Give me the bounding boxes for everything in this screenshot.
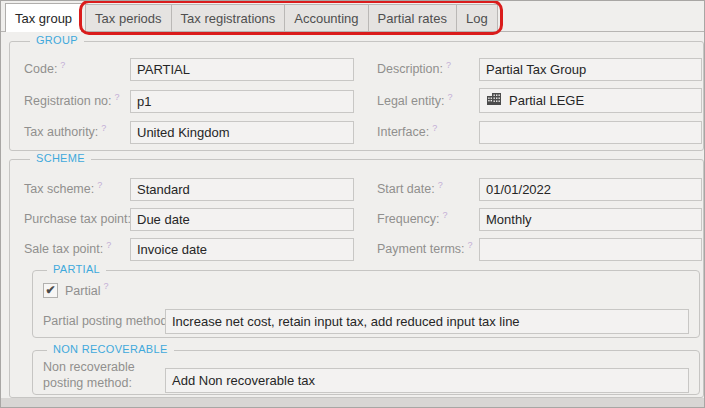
tax-authority-label: Tax authority:? [24,121,106,144]
partial-checkbox-label: Partial? [65,284,108,298]
help-icon[interactable]: ? [115,92,120,102]
payment-terms-label: Payment terms:? [377,238,473,261]
legal-entity-label: Legal entity:? [377,90,452,113]
payment-terms-field[interactable] [479,238,702,261]
help-icon[interactable]: ? [60,60,65,70]
tab-accounting[interactable]: Accounting [284,4,368,31]
help-icon[interactable]: ? [468,240,473,250]
start-date-field[interactable]: 01/01/2022 [479,178,702,201]
sale-tax-point-label: Sale tax point:? [24,238,111,261]
partial-posting-method-field[interactable]: Increase net cost, retain input tax, add… [165,309,689,334]
help-icon[interactable]: ? [446,60,451,70]
registration-no-field[interactable]: p1 [130,90,354,113]
frequency-label: Frequency:? [377,208,448,231]
scheme-section: SCHEME Tax scheme:? Standard Start date:… [9,159,704,398]
partial-checkbox[interactable]: ✔ [43,283,58,298]
help-icon[interactable]: ? [103,281,108,291]
window-bottom-strip [1,398,704,408]
partial-posting-method-label: Partial posting method: [43,309,171,334]
tab-tax-registrations[interactable]: Tax registrations [171,4,286,31]
purchase-tax-point-label: Purchase tax point:? [24,208,139,231]
partial-section-caption: PARTIAL [47,263,106,275]
purchase-tax-point-field[interactable]: Due date [130,208,354,231]
non-recoverable-section-caption: NON RECOVERABLE [47,343,174,355]
tax-authority-field[interactable]: United Kingdom [130,121,354,144]
help-icon[interactable]: ? [438,180,443,190]
non-recoverable-section: NON RECOVERABLE Non recoverable posting … [32,350,700,395]
tab-log[interactable]: Log [456,4,498,31]
interface-label: Interface:? [377,121,437,144]
interface-field[interactable] [479,121,702,144]
help-icon[interactable]: ? [443,210,448,220]
code-field[interactable]: PARTIAL [130,58,354,81]
legal-entity-field[interactable]: Partial LEGE [479,88,702,113]
help-icon[interactable]: ? [97,180,102,190]
group-section-caption: GROUP [30,34,84,46]
help-icon[interactable]: ? [101,123,106,133]
help-icon[interactable]: ? [432,123,437,133]
sale-tax-point-field[interactable]: Invoice date [130,238,354,261]
tax-scheme-field[interactable]: Standard [130,178,354,201]
frequency-field[interactable]: Monthly [479,208,702,231]
tab-partial-rates[interactable]: Partial rates [368,4,457,31]
description-label: Description:? [377,58,451,81]
partial-section: PARTIAL ✔ Partial? Partial posting metho… [32,270,700,338]
non-recoverable-posting-method-field[interactable]: Add Non recoverable tax [165,368,689,393]
help-icon[interactable]: ? [106,240,111,250]
tab-bar: Tax group Tax periods Tax registrations … [1,1,704,32]
description-field[interactable]: Partial Tax Group [479,58,702,81]
group-section: GROUP Code:? PARTIAL Description:? Parti… [9,41,704,151]
start-date-label: Start date:? [377,178,443,201]
help-icon[interactable]: ? [447,92,452,102]
tab-tax-periods[interactable]: Tax periods [85,4,171,31]
annotated-tab-group: Tax periods Tax registrations Accounting… [85,4,498,31]
registration-no-label: Registration no:? [24,90,120,113]
tax-scheme-label: Tax scheme:? [24,178,102,201]
tax-group-window: Tax group Tax periods Tax registrations … [0,0,705,408]
scheme-section-caption: SCHEME [30,152,91,164]
non-recoverable-posting-method-label: Non recoverable posting method: [43,359,155,391]
building-icon [486,90,502,111]
code-label: Code:? [24,58,65,81]
tab-tax-group[interactable]: Tax group [5,3,82,32]
